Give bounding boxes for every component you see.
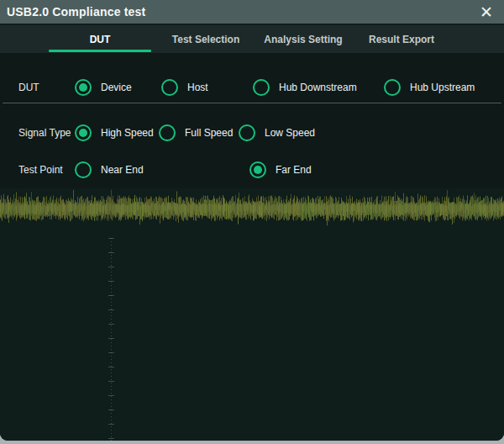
- radio-unselected-icon: [161, 79, 178, 96]
- radio-unselected-icon: [253, 79, 270, 96]
- tab-label: Test Selection: [172, 34, 239, 45]
- form-row-signal-type: Signal TypeHigh SpeedFull SpeedLow Speed: [0, 114, 504, 151]
- radio-low-speed[interactable]: Low Speed: [239, 114, 315, 151]
- radio-label: Host: [187, 82, 208, 93]
- row-label-dut: DUT: [18, 69, 39, 106]
- tab-result-export[interactable]: Result Export: [350, 25, 453, 53]
- close-icon[interactable]: ✕: [474, 0, 499, 24]
- active-tab-underline: [49, 50, 151, 52]
- row-divider: [3, 103, 501, 103]
- tab-test-selection[interactable]: Test Selection: [155, 25, 257, 53]
- radio-far-end[interactable]: Far End: [249, 151, 312, 188]
- radio-host[interactable]: Host: [161, 69, 208, 106]
- radio-unselected-icon: [159, 124, 176, 141]
- radio-label: Device: [101, 82, 132, 93]
- waveform-trace: [0, 188, 504, 227]
- row-label-signal-type: Signal Type: [18, 114, 71, 151]
- radio-selected-icon: [75, 79, 92, 96]
- radio-unselected-icon: [239, 124, 255, 141]
- radio-selected-icon: [75, 124, 92, 141]
- radio-full-speed[interactable]: Full Speed: [159, 114, 233, 151]
- radio-label: High Speed: [101, 127, 154, 139]
- radio-selected-icon: [249, 161, 266, 178]
- dialog-title: USB2.0 Compliance test: [7, 5, 145, 18]
- radio-label: Full Speed: [185, 127, 233, 139]
- radio-hub-downstream[interactable]: Hub Downstream: [253, 69, 357, 106]
- dialog-titlebar[interactable]: USB2.0 Compliance test ✕: [0, 0, 504, 24]
- tab-label: Result Export: [369, 34, 434, 45]
- tab-label: DUT: [90, 34, 111, 45]
- radio-hub-upstream[interactable]: Hub Upstream: [384, 69, 475, 106]
- tab-bar: DUTTest SelectionAnalysis SettingResult …: [0, 24, 504, 53]
- form-row-test-point: Test PointNear EndFar End: [0, 151, 504, 188]
- row-label-test-point: Test Point: [18, 151, 63, 188]
- radio-label: Low Speed: [265, 127, 315, 139]
- radio-label: Near End: [101, 164, 144, 176]
- tab-dut[interactable]: DUT: [49, 25, 151, 53]
- radio-label: Hub Downstream: [279, 82, 357, 93]
- radio-near-end[interactable]: Near End: [75, 151, 144, 188]
- radio-label: Hub Upstream: [410, 82, 475, 93]
- radio-unselected-icon: [384, 79, 401, 96]
- radio-high-speed[interactable]: High Speed: [75, 114, 154, 151]
- form-row-dut: DUTDeviceHostHub DownstreamHub Upstream: [0, 69, 504, 106]
- usb-compliance-dialog: DUTDeviceHostHub DownstreamHub UpstreamS…: [0, 0, 504, 441]
- radio-device[interactable]: Device: [75, 69, 132, 106]
- radio-unselected-icon: [75, 161, 92, 178]
- tab-analysis-setting[interactable]: Analysis Setting: [252, 25, 354, 53]
- graticule-vertical-ticks: [108, 238, 114, 441]
- tab-label: Analysis Setting: [264, 34, 342, 45]
- radio-label: Far End: [276, 164, 312, 176]
